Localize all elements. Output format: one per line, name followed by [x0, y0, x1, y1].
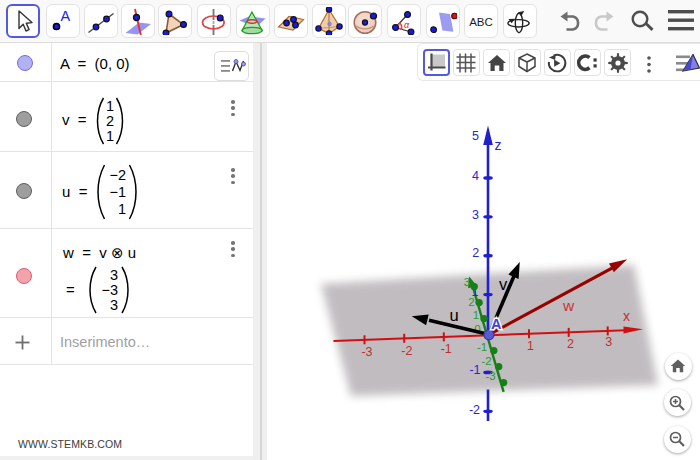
svg-text:-3: -3: [361, 345, 372, 359]
svg-text:v: v: [499, 275, 508, 293]
svg-text:2: 2: [106, 113, 114, 129]
svg-text:-2: -2: [469, 403, 480, 417]
svg-text:-1: -1: [441, 342, 452, 356]
svg-text:1: 1: [473, 309, 479, 321]
svg-text:1: 1: [106, 98, 114, 114]
svg-text:w: w: [562, 297, 575, 314]
svg-text:5: 5: [472, 129, 479, 143]
svg-text:-1: -1: [469, 363, 480, 377]
svg-text:−1: −1: [109, 184, 126, 200]
svg-text:1: 1: [527, 339, 534, 353]
svg-text:-3: -3: [485, 370, 495, 382]
svg-text:4: 4: [472, 169, 479, 183]
svg-text:2: 2: [468, 296, 474, 308]
svg-text:1: 1: [106, 128, 114, 144]
svg-text:α: α: [404, 20, 410, 30]
svg-text:2: 2: [567, 337, 574, 351]
svg-text:1: 1: [118, 201, 126, 217]
svg-text:3: 3: [605, 335, 612, 349]
svg-text:-2: -2: [401, 344, 412, 358]
svg-text:3: 3: [110, 267, 118, 283]
svg-text:3: 3: [472, 208, 479, 222]
svg-text:u: u: [449, 306, 458, 324]
svg-text:-2: -2: [481, 355, 491, 367]
svg-text:−3: −3: [101, 282, 118, 298]
svg-text:2: 2: [472, 246, 479, 260]
svg-text:x: x: [623, 308, 630, 324]
svg-text:−2: −2: [109, 167, 126, 183]
svg-text:-1: -1: [477, 341, 487, 353]
svg-text:A: A: [491, 316, 502, 332]
svg-text:3: 3: [464, 276, 470, 288]
svg-text:3: 3: [110, 297, 118, 313]
svg-text:z: z: [495, 137, 502, 153]
svg-text:ABC: ABC: [469, 16, 493, 28]
svg-text:A: A: [61, 8, 71, 24]
